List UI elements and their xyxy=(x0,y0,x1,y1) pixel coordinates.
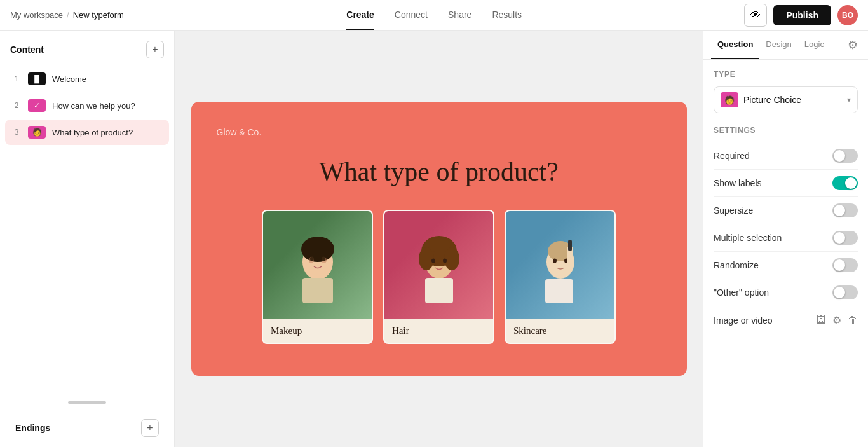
svg-point-11 xyxy=(428,237,451,252)
setting-randomize: Randomize xyxy=(714,252,858,279)
settings-section-title: Settings xyxy=(714,126,858,135)
panel-body: Type 🧑 Picture Choice ▾ Settings Require… xyxy=(703,60,868,344)
choice-makeup-label: Makeup xyxy=(263,319,372,343)
setting-required: Required xyxy=(714,142,858,170)
show-labels-toggle[interactable] xyxy=(832,176,858,190)
welcome-icon-char: ▐▌ xyxy=(32,75,42,83)
makeup-image xyxy=(263,211,372,319)
form-name[interactable]: New typeform xyxy=(73,10,124,20)
tab-create[interactable]: Create xyxy=(346,1,374,30)
svg-point-1 xyxy=(301,237,334,262)
type-section-title: Type xyxy=(714,70,858,79)
svg-rect-21 xyxy=(545,279,573,303)
panel-tabs: Question Design Logic ⚙ xyxy=(703,31,868,60)
delete-icon[interactable]: 🗑 xyxy=(848,315,858,326)
svg-point-9 xyxy=(419,247,434,270)
tab-design[interactable]: Design xyxy=(759,31,797,59)
image-icon[interactable]: 🖼 xyxy=(816,315,826,326)
choice-hair[interactable]: Hair xyxy=(383,210,494,344)
top-navigation: My workspace / New typeform Create Conne… xyxy=(0,0,868,31)
form-card: Glow & Co. What type of product? xyxy=(191,102,687,376)
settings-icon[interactable]: ⚙ xyxy=(845,31,860,59)
avatar[interactable]: BO xyxy=(837,5,858,25)
tab-logic[interactable]: Logic xyxy=(798,31,831,59)
other-option-label: "Other" option xyxy=(714,287,769,298)
randomize-label: Randomize xyxy=(714,260,759,270)
svg-rect-20 xyxy=(568,240,572,251)
welcome-icon: ▐▌ xyxy=(28,72,46,85)
sidebar-item-welcome[interactable]: 1 ▐▌ Welcome xyxy=(5,66,169,92)
hair-image xyxy=(384,211,493,319)
right-panel: Question Design Logic ⚙ Type 🧑 Picture C… xyxy=(703,31,868,447)
workspace-link[interactable]: My workspace xyxy=(10,10,63,20)
supersize-toggle[interactable] xyxy=(832,203,858,217)
svg-point-17 xyxy=(553,259,557,263)
required-toggle[interactable] xyxy=(832,149,858,163)
svg-rect-6 xyxy=(302,278,333,303)
svg-point-13 xyxy=(443,259,447,263)
content-label: Content xyxy=(10,45,44,55)
svg-point-5 xyxy=(322,257,325,261)
picture-icon-char: 🧑 xyxy=(32,128,42,137)
endings-label: Endings xyxy=(15,423,50,433)
image-video-label: Image or video xyxy=(714,315,773,326)
choice-hair-label: Hair xyxy=(384,319,493,343)
canvas: Glow & Co. What type of product? xyxy=(175,31,703,447)
type-dropdown-icon: 🧑 xyxy=(721,92,738,107)
picture-choices: Makeup xyxy=(217,210,661,344)
tab-connect[interactable]: Connect xyxy=(395,1,428,30)
adjust-icon[interactable]: ⚙ xyxy=(832,314,841,326)
multiple-selection-label: Multiple selection xyxy=(714,233,782,243)
item-label-help: How can we help you? xyxy=(52,101,135,111)
choice-makeup[interactable]: Makeup xyxy=(262,210,373,344)
skincare-image xyxy=(506,211,614,319)
content-section-header: Content + xyxy=(0,31,174,64)
form-brand: Glow & Co. xyxy=(217,127,661,137)
nav-tabs: Create Connect Share Results xyxy=(346,1,522,30)
checkbox-icon: ✓ xyxy=(28,99,46,112)
supersize-label: Supersize xyxy=(714,205,753,216)
tab-results[interactable]: Results xyxy=(492,1,522,30)
type-dropdown[interactable]: 🧑 Picture Choice ▾ xyxy=(714,86,858,113)
chevron-down-icon: ▾ xyxy=(847,95,851,104)
add-endings-button[interactable]: + xyxy=(141,419,159,437)
endings-section: Endings + xyxy=(0,406,174,447)
eye-icon: 👁 xyxy=(750,10,761,21)
breadcrumb: My workspace / New typeform xyxy=(10,10,124,20)
breadcrumb-separator: / xyxy=(67,10,69,20)
choice-skincare[interactable]: Skincare xyxy=(505,210,616,344)
svg-point-12 xyxy=(431,259,435,263)
item-num-1: 1 xyxy=(11,74,22,83)
image-video-actions: 🖼 ⚙ 🗑 xyxy=(816,314,858,326)
svg-point-10 xyxy=(444,247,459,270)
form-question: What type of product? xyxy=(217,156,661,187)
item-num-2: 2 xyxy=(11,101,22,110)
endings-header: Endings + xyxy=(5,409,169,442)
randomize-toggle[interactable] xyxy=(832,258,858,272)
tab-question[interactable]: Question xyxy=(711,31,759,59)
setting-show-labels: Show labels xyxy=(714,170,858,197)
scroll-bar xyxy=(68,401,106,404)
svg-point-4 xyxy=(310,257,314,261)
tab-share[interactable]: Share xyxy=(448,1,471,30)
svg-rect-14 xyxy=(425,278,453,303)
other-option-toggle[interactable] xyxy=(832,285,858,299)
sidebar-item-product[interactable]: 3 🧑 What type of product? xyxy=(5,120,169,145)
item-label-welcome: Welcome xyxy=(52,74,86,84)
item-label-product: What type of product? xyxy=(52,128,133,137)
add-content-button[interactable]: + xyxy=(146,41,164,58)
sidebar-item-help[interactable]: 2 ✓ How can we help you? xyxy=(5,93,169,118)
publish-button[interactable]: Publish xyxy=(773,5,831,25)
type-dropdown-label: Picture Choice xyxy=(743,95,842,105)
checkbox-icon-char: ✓ xyxy=(34,101,40,110)
picture-choice-icon-char: 🧑 xyxy=(724,95,735,105)
nav-actions: 👁 Publish BO xyxy=(744,4,858,27)
main-layout: Content + 1 ▐▌ Welcome 2 ✓ How can we he… xyxy=(0,31,868,447)
preview-button[interactable]: 👁 xyxy=(744,4,767,27)
show-labels-label: Show labels xyxy=(714,178,762,188)
setting-supersize: Supersize xyxy=(714,197,858,224)
setting-multiple-selection: Multiple selection xyxy=(714,224,858,252)
setting-other-option: "Other" option xyxy=(714,279,858,306)
choice-skincare-label: Skincare xyxy=(506,319,614,343)
multiple-selection-toggle[interactable] xyxy=(832,231,858,245)
